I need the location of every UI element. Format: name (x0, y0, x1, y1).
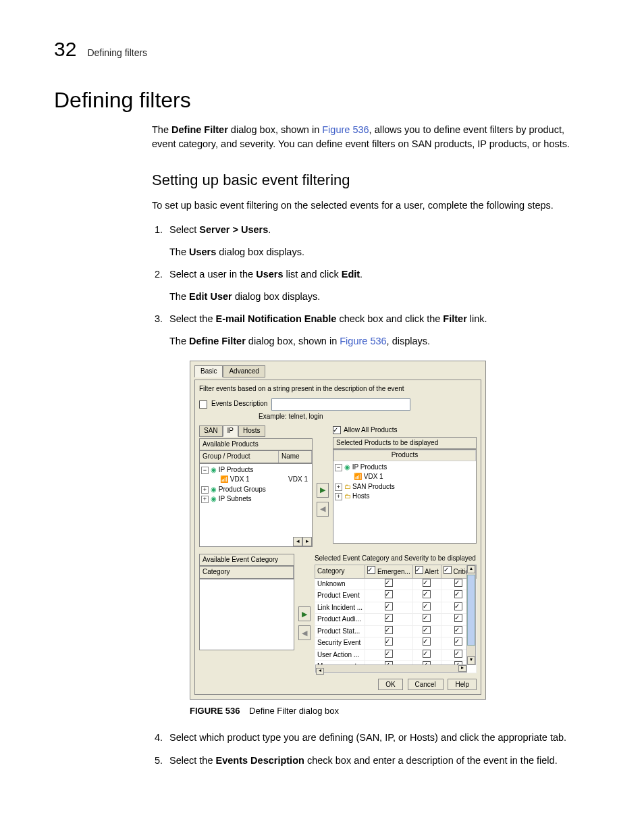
table-row: User Action ... (315, 649, 476, 661)
group-product-col: Group / Product (200, 451, 279, 463)
define-filter-dialog: BasicAdvanced Filter events based on a s… (190, 361, 486, 700)
allow-all-products-checkbox[interactable] (333, 426, 341, 434)
available-category-label: Available Event Category (199, 554, 294, 567)
step-3-sub: The Define Filter dialog box, shown in F… (169, 334, 590, 348)
available-products-tree[interactable]: −◉ IP Products 📶 VDX 1VDX 1 +◉ Product G… (199, 463, 313, 547)
ok-button[interactable]: OK (378, 679, 402, 690)
example-text: Example: telnet, login (259, 412, 477, 422)
scroll-down-icon[interactable]: ▾ (467, 656, 475, 664)
table-row: Unknown (315, 578, 476, 590)
section-heading: Defining filters (54, 88, 590, 113)
filter-intro-text: Filter events based on a string present … (199, 384, 477, 394)
figure-label: FIGURE 536 (190, 706, 240, 716)
add-product-button[interactable]: ▶ (317, 483, 329, 498)
device-icon: 📶 (220, 475, 228, 483)
severity-col-emergency[interactable]: Emergen... (365, 565, 413, 579)
globe-icon: ◉ (211, 486, 217, 493)
tab-basic[interactable]: Basic (194, 365, 223, 378)
steps-list: Select Server > Users. The Users dialog … (152, 223, 590, 768)
globe-icon: ◉ (344, 463, 350, 471)
selected-category-label: Selected Event Category and Severity to … (315, 554, 477, 564)
add-category-button[interactable]: ▶ (298, 606, 311, 621)
subsection-heading: Setting up basic event filtering (152, 172, 590, 189)
running-header: 32 Defining filters (54, 38, 590, 61)
table-row: Product Stat... (315, 625, 476, 637)
collapse-icon[interactable]: − (335, 464, 342, 471)
figure-caption-text: Define Filter dialog box (249, 706, 339, 716)
expand-icon[interactable]: + (201, 496, 209, 503)
severity-col-category: Category (315, 565, 365, 579)
severity-table[interactable]: Category Emergen... Alert Critical Unkno… (315, 565, 477, 673)
table-row: Product Event (315, 590, 476, 602)
expand-icon[interactable]: + (201, 486, 209, 494)
step-4: Select which product type you are defini… (165, 731, 590, 745)
scroll-left-icon[interactable]: ◂ (293, 537, 302, 546)
events-description-input[interactable] (271, 398, 410, 411)
globe-icon: ◉ (211, 466, 217, 473)
collapse-icon[interactable]: − (201, 467, 209, 474)
selected-products-label: Selected Products to be displayed (333, 437, 477, 450)
figure-link-2[interactable]: Figure 536 (340, 336, 386, 346)
cancel-button[interactable]: Cancel (408, 679, 444, 690)
step-3: Select the E-mail Notification Enable ch… (165, 312, 590, 718)
tab-ip[interactable]: IP (223, 425, 238, 437)
globe-icon: ◉ (211, 495, 217, 502)
chapter-number: 32 (54, 38, 76, 61)
allow-all-products-label: Allow All Products (344, 425, 397, 436)
define-filter-term: Define Filter (171, 124, 228, 135)
table-row: Product Audi... (315, 614, 476, 626)
top-tabs: BasicAdvanced (194, 365, 481, 378)
scrollbar-thumb[interactable] (467, 575, 475, 646)
scroll-right-icon[interactable]: ▸ (302, 537, 312, 546)
products-col: Products (333, 450, 476, 461)
scroll-left-icon[interactable]: ◂ (316, 668, 324, 675)
category-col: Category (200, 567, 294, 578)
available-products-label: Available Products (199, 438, 313, 451)
selected-products-tree[interactable]: Products −◉ IP Products 📶 VDX 1 +SAN Pro… (333, 449, 477, 544)
lead-paragraph: To set up basic event filtering on the s… (152, 199, 590, 213)
severity-col-alert[interactable]: Alert (412, 565, 441, 579)
events-description-checkbox[interactable] (199, 400, 207, 409)
tab-advanced[interactable]: Advanced (223, 365, 265, 378)
step-2: Select a user in the Users list and clic… (165, 267, 590, 304)
remove-product-button[interactable]: ◀ (317, 502, 329, 517)
vertical-scrollbar[interactable]: ▴ ▾ (466, 565, 476, 665)
figure-link[interactable]: Figure 536 (322, 124, 369, 135)
table-row: Security Event (315, 637, 476, 650)
step-1-sub: The Users dialog box displays. (169, 245, 590, 259)
step-2-sub: The Edit User dialog box displays. (169, 290, 590, 304)
events-description-label: Events Description (211, 399, 267, 409)
horizontal-scrollbar[interactable]: ◂ ▸ (315, 664, 467, 673)
table-row: Link Incident ... (315, 602, 476, 614)
expand-icon[interactable]: + (335, 493, 342, 500)
expand-icon[interactable]: + (335, 484, 342, 491)
intro-paragraph: The Define Filter dialog box, shown in F… (152, 123, 590, 151)
chapter-title: Defining filters (87, 47, 147, 58)
remove-category-button[interactable]: ◀ (298, 625, 311, 640)
folder-icon (344, 492, 352, 500)
available-category-list[interactable] (199, 579, 294, 650)
folder-icon (344, 483, 352, 490)
name-col: Name (279, 451, 312, 463)
step-1: Select Server > Users. The Users dialog … (165, 223, 590, 259)
figure-caption: FIGURE 536 Define Filter dialog box (190, 705, 590, 718)
scroll-right-icon[interactable]: ▸ (458, 665, 466, 672)
help-button[interactable]: Help (448, 679, 477, 690)
horizontal-scrollbar[interactable]: ◂▸ (293, 537, 312, 546)
scroll-up-icon[interactable]: ▴ (467, 565, 475, 573)
step-5: Select the Events Description check box … (165, 754, 590, 768)
device-icon: 📶 (354, 473, 362, 480)
tab-san[interactable]: SAN (199, 425, 223, 437)
tab-hosts[interactable]: Hosts (238, 425, 265, 437)
